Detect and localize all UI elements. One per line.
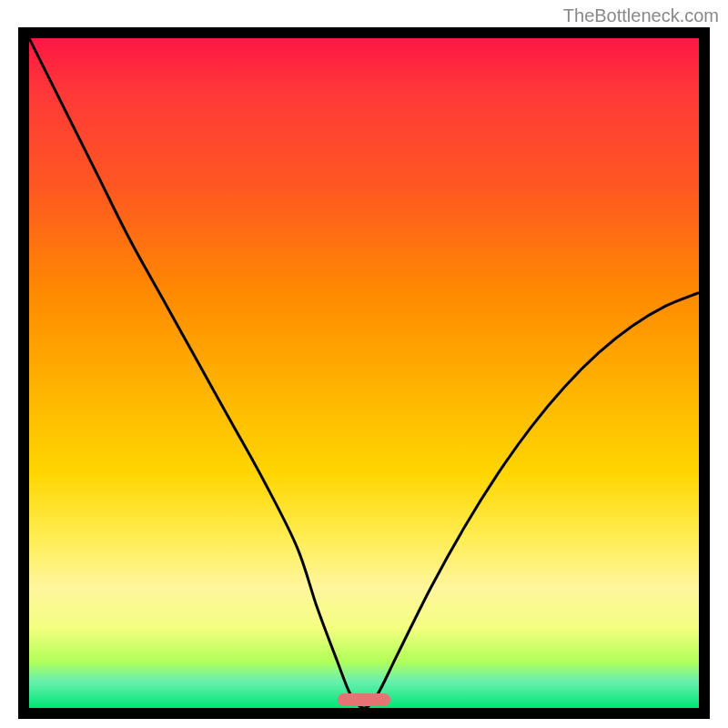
chart-frame	[18, 27, 710, 719]
chart-plot	[29, 38, 699, 708]
bottleneck-curve	[29, 38, 699, 708]
watermark-text: TheBottleneck.com	[563, 5, 719, 26]
optimal-marker	[338, 693, 391, 706]
